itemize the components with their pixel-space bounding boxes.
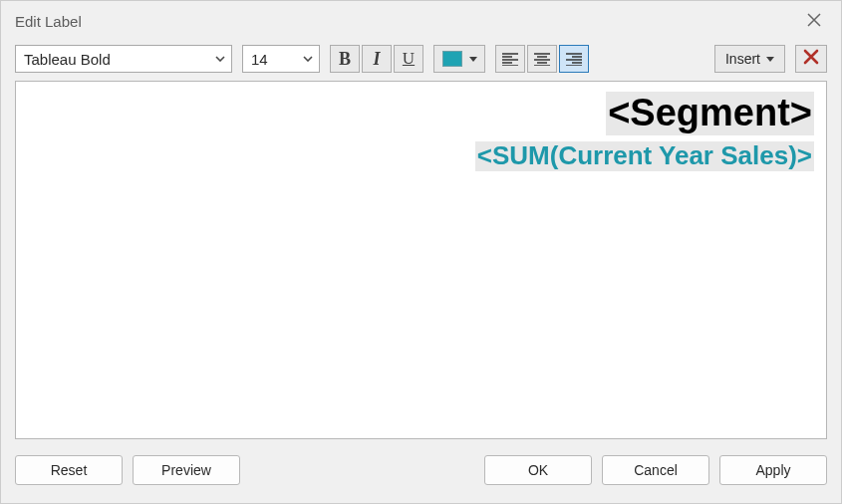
close-icon (807, 13, 821, 30)
underline-button[interactable]: U (394, 45, 423, 73)
bold-button[interactable]: B (330, 45, 360, 73)
font-size-select[interactable]: 14 (242, 45, 320, 73)
title-bar: Edit Label (1, 1, 841, 39)
editor-content: <Segment> <SUM(Current Year Sales)> (28, 92, 814, 171)
insert-field-button[interactable]: Insert (714, 45, 785, 73)
text-style-group: B I U (330, 45, 423, 73)
window-close-button[interactable] (797, 8, 831, 34)
dialog-footer: Reset Preview OK Cancel Apply (1, 439, 841, 503)
font-family-value: Tableau Bold (16, 51, 209, 68)
font-color-button[interactable] (433, 45, 485, 73)
preview-button[interactable]: Preview (133, 455, 240, 485)
insert-label: Insert (725, 51, 760, 67)
align-center-button[interactable] (527, 45, 557, 73)
bold-icon: B (339, 49, 351, 70)
alignment-group (495, 45, 589, 73)
reset-button[interactable]: Reset (15, 455, 123, 485)
apply-button[interactable]: Apply (719, 455, 827, 485)
color-group (433, 45, 485, 73)
apply-label: Apply (755, 462, 790, 478)
ok-button[interactable]: OK (484, 455, 592, 485)
align-left-icon (502, 53, 518, 66)
edit-label-dialog: Edit Label Tableau Bold 14 B I (0, 0, 842, 504)
clear-button[interactable] (795, 45, 827, 73)
label-text-editor[interactable]: <Segment> <SUM(Current Year Sales)> (15, 81, 827, 439)
cancel-button[interactable]: Cancel (602, 455, 709, 485)
align-right-icon (566, 53, 582, 66)
format-toolbar: Tableau Bold 14 B I U (1, 39, 841, 81)
italic-icon: I (373, 49, 380, 70)
italic-button[interactable]: I (362, 45, 392, 73)
chevron-down-icon (209, 46, 231, 72)
window-title: Edit Label (15, 13, 797, 30)
color-swatch-icon (442, 51, 462, 67)
cancel-label: Cancel (634, 462, 678, 478)
align-right-button[interactable] (559, 45, 589, 73)
clear-x-icon (803, 49, 819, 69)
field-placeholder-segment[interactable]: <Segment> (606, 92, 814, 135)
chevron-down-icon (297, 46, 319, 72)
field-placeholder-sum[interactable]: <SUM(Current Year Sales)> (475, 141, 814, 171)
caret-down-icon (469, 57, 477, 62)
ok-label: OK (528, 462, 548, 478)
preview-label: Preview (161, 462, 211, 478)
reset-label: Reset (51, 462, 88, 478)
align-left-button[interactable] (495, 45, 525, 73)
font-size-value: 14 (243, 51, 297, 68)
caret-down-icon (766, 57, 774, 62)
font-family-select[interactable]: Tableau Bold (15, 45, 232, 73)
underline-icon: U (403, 49, 415, 69)
align-center-icon (534, 53, 550, 66)
